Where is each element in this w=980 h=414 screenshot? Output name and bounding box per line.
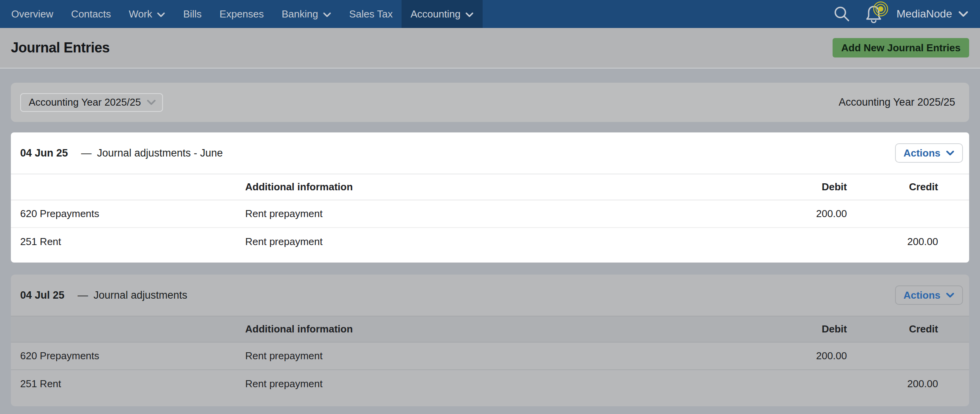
account-menu[interactable]: MediaNode [897, 8, 968, 20]
journal-table: Additional information Debit Credit 620 … [11, 316, 969, 398]
nav-item-label: Contacts [71, 8, 111, 20]
actions-button-label: Actions [904, 147, 940, 159]
account-cell: 251 Rent [20, 236, 245, 248]
additional-information-cell: Rent prepayment [245, 236, 777, 248]
chevron-down-icon [946, 150, 954, 156]
actions-button[interactable]: Actions [895, 285, 963, 305]
entry-dash: — [78, 289, 88, 301]
journal-entry-card: 04 Jul 25 — Journal adjustments Actions … [11, 275, 969, 406]
account-cell: 620 Prepayments [20, 208, 245, 220]
notification-badge-icon [873, 1, 889, 17]
table-header-row: Additional information Debit Credit [11, 174, 969, 200]
table-header-row: Additional information Debit Credit [11, 316, 969, 343]
nav-item-label: Expenses [220, 8, 264, 20]
credit-column-header: Credit [847, 181, 938, 193]
account-cell: 620 Prepayments [20, 350, 245, 362]
entry-header: 04 Jul 25 — Journal adjustments Actions [11, 275, 969, 316]
entry-description: Journal adjustments - June [97, 147, 223, 159]
nav-item-expenses[interactable]: Expenses [211, 0, 273, 28]
table-row: 620 Prepayments Rent prepayment 200.00 [11, 200, 969, 228]
nav-item-bills[interactable]: Bills [174, 0, 211, 28]
search-icon [833, 5, 851, 23]
additional-information-column-header: Additional information [245, 323, 777, 335]
debit-cell: 200.00 [777, 208, 847, 220]
entry-date: 04 Jul 25 [20, 289, 64, 301]
nav-item-label: Work [129, 8, 152, 20]
entry-description: Journal adjustments [93, 289, 187, 301]
nav-item-accounting[interactable]: Accounting [402, 0, 483, 28]
journal-entry-card: 04 Jun 25 — Journal adjustments - June A… [11, 132, 969, 263]
nav-right-cluster: MediaNode [833, 0, 980, 28]
actions-button[interactable]: Actions [895, 143, 963, 163]
chevron-down-icon [465, 12, 474, 17]
page-header: Journal Entries Add New Journal Entries [0, 28, 980, 69]
entry-header: 04 Jun 25 — Journal adjustments - June A… [11, 132, 969, 174]
table-row: 620 Prepayments Rent prepayment 200.00 [11, 343, 969, 370]
chevron-down-icon [147, 99, 156, 105]
additional-information-cell: Rent prepayment [245, 378, 777, 390]
accounting-year-select-value: Accounting Year 2025/25 [29, 96, 141, 108]
nav-item-label: Banking [282, 8, 318, 20]
filter-bar: Accounting Year 2025/25 Accounting Year … [11, 83, 969, 122]
notifications-button[interactable] [864, 4, 883, 24]
credit-column-header: Credit [847, 323, 938, 335]
debit-cell: 200.00 [777, 350, 847, 362]
credit-cell: 200.00 [847, 236, 938, 248]
entry-dash: — [81, 147, 92, 159]
entry-title: 04 Jul 25 — Journal adjustments [20, 289, 187, 301]
debit-column-header: Debit [777, 181, 847, 193]
nav-item-overview[interactable]: Overview [2, 0, 62, 28]
search-button[interactable] [833, 5, 851, 23]
entry-title: 04 Jun 25 — Journal adjustments - June [20, 147, 223, 159]
nav-item-label: Sales Tax [349, 8, 393, 20]
chevron-down-icon [323, 12, 331, 17]
nav-item-label: Overview [11, 8, 53, 20]
entry-date: 04 Jun 25 [20, 147, 68, 159]
chevron-down-icon [958, 11, 968, 17]
table-row: 251 Rent Rent prepayment 200.00 [11, 228, 969, 256]
add-new-journal-entries-button[interactable]: Add New Journal Entries [833, 38, 969, 57]
nav-item-contacts[interactable]: Contacts [62, 0, 120, 28]
account-name: MediaNode [897, 8, 952, 20]
credit-cell: 200.00 [847, 378, 938, 390]
nav-item-banking[interactable]: Banking [273, 0, 340, 28]
table-row: 251 Rent Rent prepayment 200.00 [11, 370, 969, 398]
nav-item-label: Bills [183, 8, 202, 20]
journal-table: Additional information Debit Credit 620 … [11, 174, 969, 256]
account-cell: 251 Rent [20, 378, 245, 390]
nav-item-label: Accounting [410, 8, 461, 20]
accounting-year-select[interactable]: Accounting Year 2025/25 [20, 93, 163, 112]
actions-button-label: Actions [904, 289, 940, 301]
chevron-down-icon [946, 292, 954, 298]
nav-item-work[interactable]: Work [120, 0, 174, 28]
additional-information-cell: Rent prepayment [245, 350, 777, 362]
additional-information-column-header: Additional information [245, 181, 777, 193]
chevron-down-icon [157, 12, 165, 17]
top-navigation: Overview Contacts Work Bills Expenses Ba… [0, 0, 980, 28]
nav-item-sales-tax[interactable]: Sales Tax [340, 0, 402, 28]
debit-column-header: Debit [777, 323, 847, 335]
accounting-year-label: Accounting Year 2025/25 [839, 96, 955, 108]
additional-information-cell: Rent prepayment [245, 208, 777, 220]
nav-items: Overview Contacts Work Bills Expenses Ba… [0, 0, 483, 28]
page-title: Journal Entries [11, 40, 110, 56]
